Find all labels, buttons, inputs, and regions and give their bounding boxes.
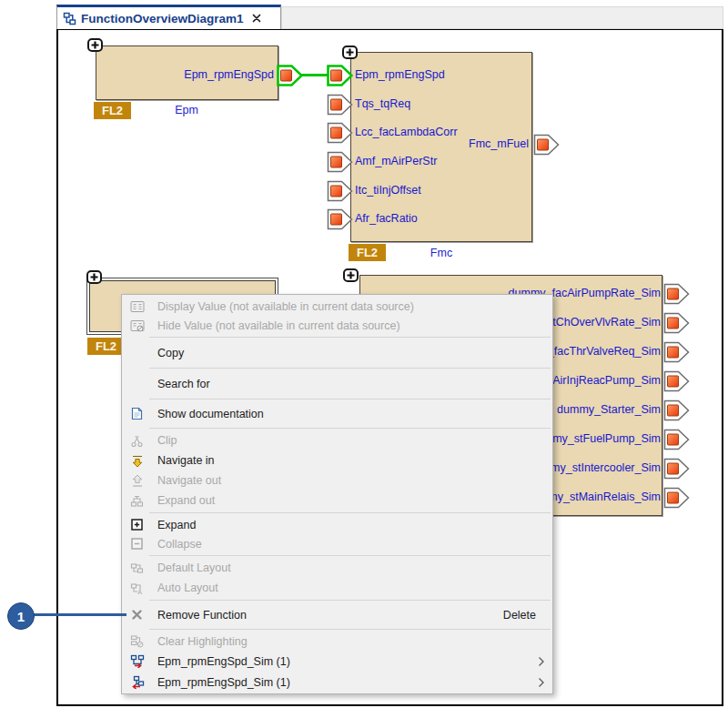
menu-item-navigate-out: Navigate out (122, 470, 552, 491)
expand-button-fmc[interactable] (342, 46, 358, 59)
block-name-fmc: Fmc (350, 247, 532, 259)
expand-icon (129, 519, 145, 531)
menu-item-label: Clear Highlighting (157, 635, 248, 648)
collapse-icon (129, 538, 145, 550)
menu-item-label: Hide Value (not available in current dat… (157, 319, 400, 332)
menu-item-sim-usage-2[interactable]: Epm_rpmEngSpd_Sim (1) (122, 672, 552, 693)
menu-separator (149, 399, 551, 400)
output-port-epm-rpmengspd[interactable] (277, 65, 303, 86)
output-port-dummy-starter-sim[interactable] (663, 400, 690, 421)
menu-item-expand-out: Expand out (122, 491, 552, 511)
connection-epm-fmc[interactable] (300, 74, 329, 76)
menu-separator (149, 555, 551, 556)
menu-item-display-value: Display Value (not available in current … (122, 297, 552, 316)
output-port-fmc-mfuel[interactable] (533, 134, 560, 156)
close-icon[interactable] (252, 14, 261, 23)
menu-item-label: Copy (157, 347, 184, 359)
show-documentation-icon (129, 407, 145, 420)
menu-item-label: Display Value (not available in current … (157, 300, 414, 313)
menu-item-label: Epm_rpmEngSpd_Sim (1) (157, 676, 290, 689)
svg-text:A: A (137, 588, 142, 594)
input-port-amf-mairperstr[interactable] (327, 151, 353, 173)
menu-item-label: Navigate in (157, 454, 215, 467)
callout-line (34, 613, 126, 616)
submenu-chevron-icon (538, 677, 545, 688)
clip-icon (129, 434, 145, 448)
output-port-dummy-facairpumprate-sim[interactable] (663, 283, 690, 305)
menu-separator (149, 337, 551, 338)
menu-item-label: Search for (157, 378, 210, 390)
output-port-dummy-stairinjreacpump-sim[interactable] (663, 370, 690, 392)
menu-item-collapse: Collapse (122, 534, 552, 553)
input-port-afr-facratio[interactable] (327, 208, 353, 230)
navigate-in-icon (129, 454, 145, 468)
expand-button-selected-block[interactable] (86, 270, 102, 284)
menu-item-clear-highlighting: Clear Highlighting (122, 632, 552, 651)
output-port-dummy-stchovervlvrate-sim[interactable] (663, 312, 690, 334)
output-port-dummy-stintercooler-sim[interactable] (663, 458, 690, 480)
expand-button-epm[interactable] (87, 38, 103, 52)
remove-icon (129, 609, 145, 621)
menu-separator (149, 512, 551, 513)
menu-shortcut: Delete (503, 609, 536, 622)
menu-item-sim-usage-1[interactable]: Epm_rpmEngSpd_Sim (1) (122, 651, 552, 672)
menu-separator (149, 428, 551, 429)
menu-item-clip: Clip (122, 430, 552, 450)
expand-button-dummy-block[interactable] (343, 268, 359, 282)
tab-bar (281, 6, 723, 29)
menu-separator (149, 629, 551, 630)
signal-label: Epm_rpmEngSpd (96, 68, 274, 81)
submenu-chevron-icon (538, 656, 545, 667)
input-port-tqs-tqreq[interactable] (327, 94, 353, 116)
signal-label: Fmc_mFuel (346, 137, 529, 150)
menu-item-remove-function[interactable]: Remove FunctionDelete (122, 602, 552, 627)
menu-item-search-for[interactable]: Search for (122, 370, 552, 397)
callout-1: 1 (7, 602, 35, 630)
default-layout-icon (129, 561, 145, 575)
menu-item-label: Expand out (157, 494, 215, 507)
menu-item-expand[interactable]: Expand (122, 515, 552, 534)
menu-item-label: Show documentation (157, 408, 264, 420)
sim-writers-icon (129, 654, 145, 668)
tab-function-overview-diagram[interactable]: FunctionOverviewDiagram1 (56, 5, 281, 29)
menu-separator (149, 368, 551, 369)
menu-item-label: Default Layout (157, 561, 231, 574)
output-port-dummy-facthrvalvereq-sim[interactable] (663, 341, 690, 363)
block-name-epm: Epm (96, 104, 278, 116)
clear-highlighting-icon (129, 634, 145, 648)
input-port-itc-tiinjoffset[interactable] (327, 180, 353, 202)
menu-item-label: Clip (157, 434, 177, 447)
output-port-dummy-stfuelpump-sim[interactable] (663, 429, 690, 450)
menu-item-navigate-in[interactable]: Navigate in (122, 450, 552, 470)
diagram-icon (63, 12, 76, 25)
context-menu: Display Value (not available in current … (121, 294, 553, 694)
auto-layout-icon: A (129, 582, 145, 595)
navigate-out-icon (129, 474, 145, 488)
menu-item-copy[interactable]: Copy (122, 339, 552, 366)
diagram-editor-window: FunctionOverviewDiagram1 Epm_rpmEngSpd F… (0, 0, 728, 708)
level-badge-selected-block: FL2 (87, 338, 125, 355)
output-port-dummy-stmainrelais-sim[interactable] (663, 487, 690, 509)
menu-item-label: Auto Layout (157, 582, 218, 594)
menu-item-auto-layout: AAuto Layout (122, 578, 552, 598)
menu-item-label: Collapse (157, 538, 202, 551)
menu-item-default-layout: Default Layout (122, 558, 552, 578)
menu-item-label: Remove Function (157, 609, 247, 622)
input-port-lcc-faclambdacorr[interactable] (327, 122, 353, 144)
tab-title: FunctionOverviewDiagram1 (81, 12, 244, 25)
sim-readers-icon (129, 675, 145, 689)
menu-separator (149, 600, 551, 601)
expand-out-icon (129, 494, 145, 508)
menu-item-label: Epm_rpmEngSpd_Sim (1) (157, 655, 290, 668)
menu-item-show-documentation[interactable]: Show documentation (122, 401, 552, 426)
hide-value-icon (129, 319, 145, 332)
input-port-epm-rpmengspd[interactable] (327, 65, 353, 86)
menu-item-label: Navigate out (157, 474, 221, 487)
display-value-icon (129, 300, 145, 313)
menu-item-label: Expand (157, 519, 196, 531)
menu-item-hide-value: Hide Value (not available in current dat… (122, 316, 552, 335)
